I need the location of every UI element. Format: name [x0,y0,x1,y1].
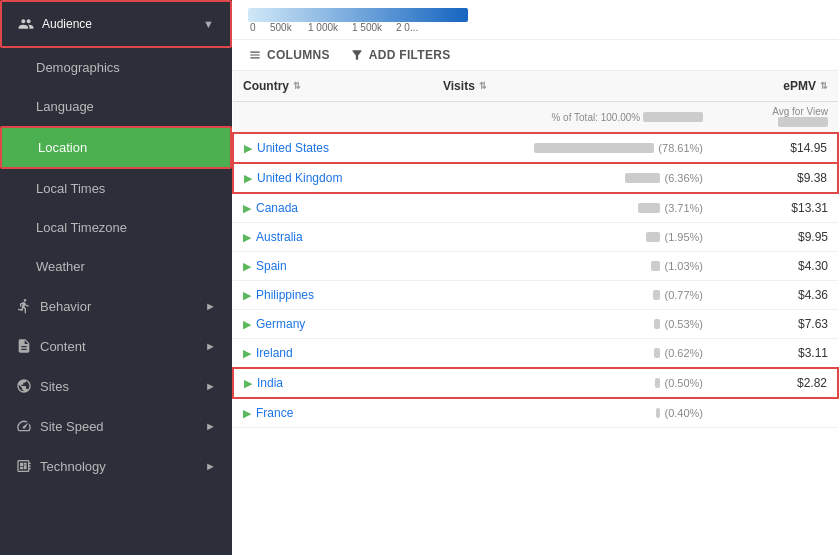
table-row: ▶ Ireland (0.62%) $3.11 [233,339,838,369]
country-link[interactable]: Philippines [256,288,314,302]
column-country[interactable]: Country ⇅ [233,71,433,102]
globe-icon: ▶ [243,347,251,360]
columns-icon [248,48,262,62]
sidebar-item-weather[interactable]: Weather [0,247,232,286]
table-subheader-row: % of Total: 100.00% Avg for View [233,102,838,134]
epmv-value: $4.30 [798,259,828,273]
globe-icon: ▶ [243,260,251,273]
country-link[interactable]: Spain [256,259,287,273]
visits-percent: (1.03%) [664,260,703,272]
blurred-total-visits [643,112,703,122]
sidebar-item-language[interactable]: Language [0,87,232,126]
blurred-visits-value [651,261,660,271]
cell-visits: (0.62%) [433,339,713,369]
sidebar: Audience ▼ Demographics Language Locatio… [0,0,232,555]
cell-country: ▶ Canada [233,193,433,223]
chart-label-2m: 2 0... [396,22,426,33]
country-link[interactable]: Ireland [256,346,293,360]
blurred-visits-value [646,232,660,242]
table-row: ▶ Philippines (0.77%) $4.36 [233,281,838,310]
chart-label-1000k: 1 000k [308,22,352,33]
country-link[interactable]: Germany [256,317,305,331]
chart-label-0: 0 [250,22,270,33]
table-row: ▶ Canada (3.71%) $13.31 [233,193,838,223]
country-link[interactable]: United States [257,141,329,155]
blurred-visits-value [638,203,660,213]
main-content: 0 500k 1 000k 1 500k 2 0... COLUMNS ADD … [232,0,839,555]
sidebar-section-label: Sites [40,379,69,394]
globe-icon: ▶ [244,142,252,155]
data-table: Country ⇅ Visits ⇅ ePMV ⇅ [232,71,839,428]
sort-icon-country: ⇅ [293,81,301,91]
epmv-value: $13.31 [791,201,828,215]
country-link[interactable]: Australia [256,230,303,244]
sidebar-item-location[interactable]: Location [0,126,232,169]
cell-country: ▶ India [233,368,433,398]
sidebar-section-content[interactable]: Content ► [0,326,232,366]
subheader-epmv: Avg for View [713,102,838,134]
chart-label-1500k: 1 500k [352,22,396,33]
sidebar-item-local-timezone[interactable]: Local Timezone [0,208,232,247]
sidebar-section-site-speed[interactable]: Site Speed ► [0,406,232,446]
cell-epmv: $9.38 [713,163,838,193]
country-link[interactable]: Canada [256,201,298,215]
chart-area: 0 500k 1 000k 1 500k 2 0... [232,0,839,40]
epmv-value: $9.38 [797,171,827,185]
cell-epmv: $7.63 [713,310,838,339]
table-header-row: Country ⇅ Visits ⇅ ePMV ⇅ [233,71,838,102]
cell-country: ▶ Spain [233,252,433,281]
visits-percent: (0.77%) [664,289,703,301]
table-row: ▶ France (0.40%) [233,398,838,428]
blurred-visits-value [654,319,660,329]
columns-button[interactable]: COLUMNS [248,48,330,62]
speed-icon [16,418,32,434]
cell-epmv: $14.95 [713,133,838,163]
subheader-visits: % of Total: 100.00% [433,102,713,134]
visits-percent: (0.62%) [664,347,703,359]
globe-icon: ▶ [243,289,251,302]
epmv-value: $2.82 [797,376,827,390]
column-epmv[interactable]: ePMV ⇅ [713,71,838,102]
content-icon [16,338,32,354]
table-row: ▶ Germany (0.53%) $7.63 [233,310,838,339]
visits-percent: (0.50%) [664,377,703,389]
sidebar-section-label: Behavior [40,299,91,314]
toolbar: COLUMNS ADD FILTERS [232,40,839,71]
sidebar-section-behavior[interactable]: Behavior ► [0,286,232,326]
country-link[interactable]: India [257,376,283,390]
sidebar-section-label: Site Speed [40,419,104,434]
epmv-value: $7.63 [798,317,828,331]
sidebar-item-demographics[interactable]: Demographics [0,48,232,87]
cell-visits: (3.71%) [433,193,713,223]
cell-visits: (0.77%) [433,281,713,310]
epmv-value: $9.95 [798,230,828,244]
behavior-icon [16,298,32,314]
sidebar-header[interactable]: Audience ▼ [0,0,232,48]
globe-icon: ▶ [244,172,252,185]
cell-visits: (0.50%) [433,368,713,398]
blurred-visits-value [534,143,654,153]
blurred-visits-value [654,348,660,358]
column-visits[interactable]: Visits ⇅ [433,71,713,102]
chevron-right-icon: ► [205,300,216,312]
visits-percent: (6.36%) [664,172,703,184]
sidebar-header-left: Audience [18,16,92,32]
add-filters-button[interactable]: ADD FILTERS [350,48,451,62]
blurred-avg-epmv [778,117,828,127]
country-link[interactable]: United Kingdom [257,171,342,185]
globe-icon: ▶ [243,231,251,244]
cell-epmv [713,398,838,428]
sidebar-item-local-times[interactable]: Local Times [0,169,232,208]
cell-visits: (1.95%) [433,223,713,252]
technology-icon [16,458,32,474]
table-row: ▶ India (0.50%) $2.82 [233,368,838,398]
epmv-value: $14.95 [790,141,827,155]
country-link[interactable]: France [256,406,293,420]
table-row: ▶ Australia (1.95%) $9.95 [233,223,838,252]
sidebar-section-sites[interactable]: Sites ► [0,366,232,406]
visits-percent: (0.53%) [664,318,703,330]
sidebar-section-technology[interactable]: Technology ► [0,446,232,486]
cell-country: ▶ Ireland [233,339,433,369]
cell-epmv: $4.36 [713,281,838,310]
blurred-visits-value [656,408,660,418]
